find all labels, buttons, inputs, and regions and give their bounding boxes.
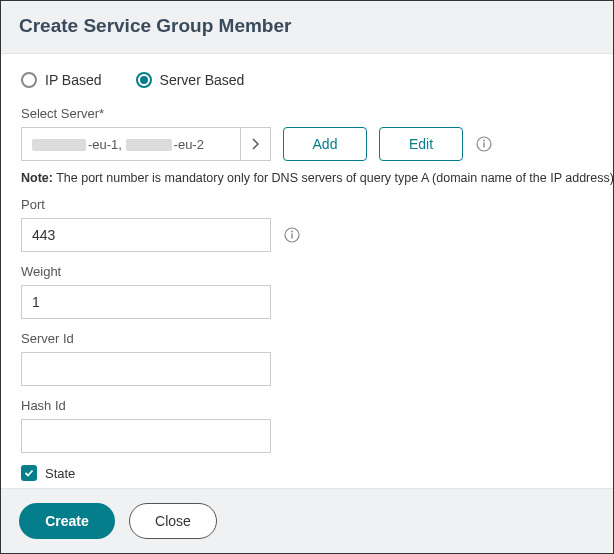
svg-rect-5	[291, 234, 292, 239]
select-server-value: -eu-1, -eu-2	[22, 137, 240, 152]
checkbox-checked-icon	[21, 465, 37, 481]
dialog-title: Create Service Group Member	[19, 15, 595, 37]
radio-icon-selected	[136, 72, 152, 88]
select-server-label: Select Server*	[21, 106, 595, 121]
edit-button[interactable]: Edit	[379, 127, 463, 161]
radio-ip-based[interactable]: IP Based	[21, 72, 102, 88]
create-button[interactable]: Create	[19, 503, 115, 539]
server-id-label: Server Id	[21, 331, 595, 346]
info-icon[interactable]	[283, 226, 301, 244]
close-button[interactable]: Close	[129, 503, 217, 539]
radio-label: IP Based	[45, 72, 102, 88]
svg-point-1	[483, 140, 485, 142]
basis-radio-group: IP Based Server Based	[21, 72, 595, 88]
dialog-footer: Create Close	[1, 488, 613, 553]
info-icon[interactable]	[475, 135, 493, 153]
weight-label: Weight	[21, 264, 595, 279]
chevron-right-icon[interactable]	[240, 128, 270, 160]
redacted-text	[126, 139, 172, 151]
radio-server-based[interactable]: Server Based	[136, 72, 245, 88]
radio-label: Server Based	[160, 72, 245, 88]
port-input[interactable]	[21, 218, 271, 252]
select-server-row: -eu-1, -eu-2 Add Edit	[21, 127, 595, 161]
redacted-text	[32, 139, 86, 151]
state-checkbox[interactable]: State	[21, 465, 595, 481]
server-id-input[interactable]	[21, 352, 271, 386]
svg-rect-2	[483, 143, 484, 148]
port-label: Port	[21, 197, 595, 212]
hash-id-input[interactable]	[21, 419, 271, 453]
note-text: Note: The port number is mandatory only …	[21, 171, 595, 185]
state-label: State	[45, 466, 75, 481]
select-server-combo[interactable]: -eu-1, -eu-2	[21, 127, 271, 161]
add-button[interactable]: Add	[283, 127, 367, 161]
dialog-header: Create Service Group Member	[1, 1, 613, 54]
svg-point-4	[291, 231, 293, 233]
hash-id-label: Hash Id	[21, 398, 595, 413]
weight-input[interactable]	[21, 285, 271, 319]
dialog-body: IP Based Server Based Select Server* -eu…	[1, 54, 613, 488]
radio-icon	[21, 72, 37, 88]
